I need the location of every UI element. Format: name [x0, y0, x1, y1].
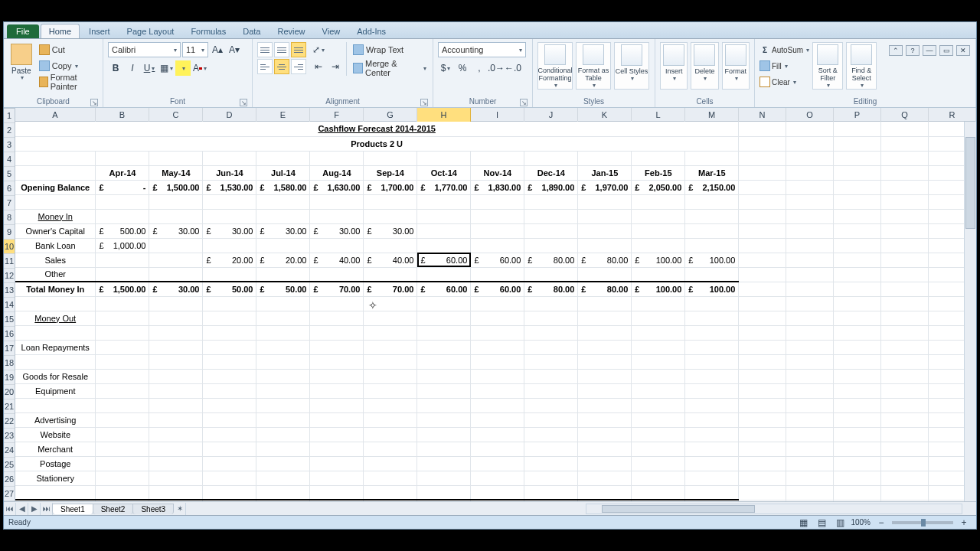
- cell-D3[interactable]: [203, 151, 256, 165]
- cell-D25[interactable]: [203, 471, 256, 485]
- row-header-6[interactable]: 6: [4, 181, 15, 196]
- cell-P22[interactable]: [834, 427, 881, 442]
- cell-C26[interactable]: [149, 485, 203, 500]
- cell-B11[interactable]: [96, 267, 149, 282]
- column-header-L[interactable]: L: [632, 108, 685, 122]
- cell-E19[interactable]: [256, 383, 310, 398]
- cell-B23[interactable]: [96, 442, 149, 456]
- cell-J12[interactable]: £80.00: [524, 282, 578, 296]
- cell-B9[interactable]: £1,000.00: [96, 238, 149, 253]
- cell-L3[interactable]: [632, 151, 685, 165]
- cell-Q26[interactable]: [881, 485, 929, 500]
- cell-E7[interactable]: [256, 209, 310, 223]
- cell-P26[interactable]: [834, 485, 881, 500]
- sort-filter-button[interactable]: Sort & Filter▾: [812, 42, 843, 90]
- cell-N12[interactable]: [739, 282, 786, 296]
- restore-window-icon[interactable]: ▭: [939, 45, 953, 56]
- cell-O18[interactable]: [786, 369, 834, 383]
- cell-D21[interactable]: [203, 412, 256, 427]
- zoom-out-icon[interactable]: −: [874, 515, 889, 530]
- cell-E11[interactable]: [256, 267, 310, 282]
- cell-Q13[interactable]: [881, 296, 929, 311]
- cell-D22[interactable]: [203, 427, 256, 442]
- cell-H5[interactable]: £1,770.00: [417, 180, 471, 194]
- cell-P8[interactable]: [834, 223, 881, 238]
- cell-E18[interactable]: [256, 369, 310, 383]
- cell-C16[interactable]: [149, 340, 203, 354]
- cell-H21[interactable]: [417, 412, 471, 427]
- cell-K6[interactable]: [578, 194, 632, 209]
- cell-I6[interactable]: [471, 194, 524, 209]
- cell-B13[interactable]: [96, 296, 149, 311]
- increase-indent-icon[interactable]: ⇥: [328, 59, 343, 74]
- cell-O9[interactable]: [786, 238, 834, 253]
- cell-M10[interactable]: £100.00: [685, 253, 739, 267]
- cell-J5[interactable]: £1,890.00: [524, 180, 578, 194]
- column-header-R[interactable]: R: [929, 108, 976, 122]
- cell-A4[interactable]: [15, 165, 96, 180]
- cell-L9[interactable]: [632, 238, 685, 253]
- cell-O17[interactable]: [786, 354, 834, 369]
- cell-L12[interactable]: £100.00: [632, 282, 685, 296]
- row-header-9[interactable]: 9: [4, 225, 15, 240]
- cell-E24[interactable]: [256, 456, 310, 471]
- cell-H10[interactable]: £60.00: [417, 253, 471, 267]
- cell-L17[interactable]: [632, 354, 685, 369]
- cell-A21[interactable]: Advertising: [15, 412, 96, 427]
- cell-L13[interactable]: [632, 296, 685, 311]
- cell-N9[interactable]: [739, 238, 786, 253]
- cell-C17[interactable]: [149, 354, 203, 369]
- cell-A2[interactable]: Products 2 U: [15, 136, 739, 151]
- sheet-nav-first-icon[interactable]: ⏮: [4, 503, 16, 515]
- cell-A25[interactable]: Stationery: [15, 471, 96, 485]
- cell-D7[interactable]: [203, 209, 256, 223]
- cell-G7[interactable]: [364, 209, 417, 223]
- cell-C5[interactable]: £1,500.00: [149, 180, 203, 194]
- cell-L26[interactable]: [632, 485, 685, 500]
- tab-view[interactable]: View: [315, 24, 348, 38]
- cell-Q10[interactable]: [881, 253, 929, 267]
- row-header-2[interactable]: 2: [4, 123, 15, 138]
- cell-O25[interactable]: [786, 471, 834, 485]
- cell-O13[interactable]: [786, 296, 834, 311]
- cell-J3[interactable]: [524, 151, 578, 165]
- cell-Q24[interactable]: [881, 456, 929, 471]
- row-header-19[interactable]: 19: [4, 370, 15, 385]
- bold-button[interactable]: B: [108, 60, 123, 76]
- cell-E13[interactable]: [256, 296, 310, 311]
- font-launcher-icon[interactable]: ↘: [240, 99, 247, 106]
- cell-A15[interactable]: [15, 325, 96, 340]
- cell-D24[interactable]: [203, 456, 256, 471]
- cell-F12[interactable]: £70.00: [310, 282, 364, 296]
- cell-P5[interactable]: [834, 180, 881, 194]
- insert-cells-button[interactable]: Insert▾: [660, 42, 688, 90]
- cell-H12[interactable]: £60.00: [417, 282, 471, 296]
- cell-F14[interactable]: [310, 311, 364, 325]
- cell-B12[interactable]: £1,500.00: [96, 282, 149, 296]
- cell-C21[interactable]: [149, 412, 203, 427]
- zoom-slider[interactable]: [892, 521, 953, 524]
- cell-C13[interactable]: [149, 296, 203, 311]
- cell-P15[interactable]: [834, 325, 881, 340]
- align-center-icon[interactable]: [274, 59, 289, 74]
- find-select-button[interactable]: Find & Select▾: [846, 42, 877, 90]
- row-header-11[interactable]: 11: [4, 254, 15, 269]
- cell-K20[interactable]: [578, 398, 632, 412]
- cell-H25[interactable]: [417, 471, 471, 485]
- row-header-8[interactable]: 8: [4, 210, 15, 225]
- row-header-3[interactable]: 3: [4, 138, 15, 152]
- cell-F11[interactable]: [310, 267, 364, 282]
- cell-P3[interactable]: [834, 151, 881, 165]
- cell-D19[interactable]: [203, 383, 256, 398]
- cell-M6[interactable]: [685, 194, 739, 209]
- cell-N19[interactable]: [739, 383, 786, 398]
- cell-B17[interactable]: [96, 354, 149, 369]
- cell-J13[interactable]: [524, 296, 578, 311]
- cell-A11[interactable]: Other: [15, 267, 96, 282]
- merge-center-button[interactable]: Merge & Center▾: [351, 60, 428, 76]
- align-left-icon[interactable]: [257, 59, 273, 74]
- cell-G19[interactable]: [364, 383, 417, 398]
- cell-K9[interactable]: [578, 238, 632, 253]
- cell-A20[interactable]: [15, 398, 96, 412]
- cell-G24[interactable]: [364, 456, 417, 471]
